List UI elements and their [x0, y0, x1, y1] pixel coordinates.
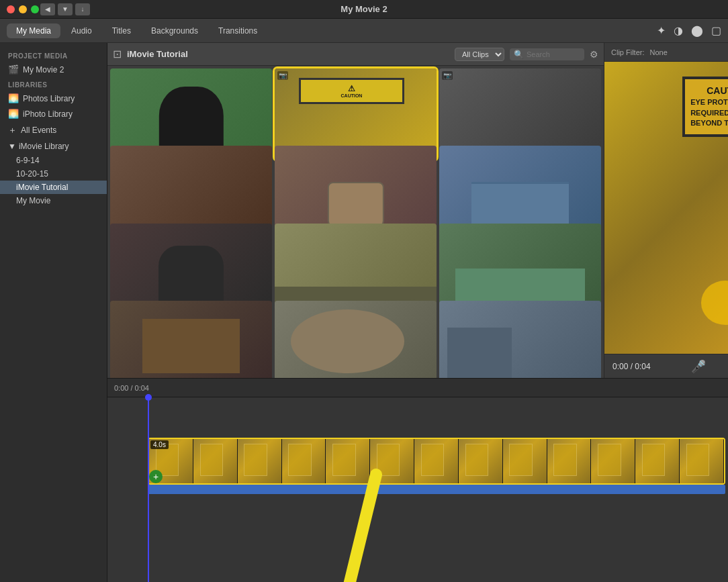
- toolbar-right: ✦ ◑ ⬤ ▢: [657, 24, 721, 37]
- sidebar-item-label: Photos Library: [23, 94, 75, 103]
- timeline-time-display: 0:00 / 0:04: [114, 384, 149, 392]
- playhead-top: [145, 394, 152, 401]
- iphoto-icon: 🌅: [8, 109, 19, 119]
- crop-icon[interactable]: ▢: [711, 24, 721, 37]
- tab-backgrounds[interactable]: Backgrounds: [142, 23, 208, 38]
- sidebar-item-iphoto-library[interactable]: 🌅 iPhoto Library: [0, 106, 107, 122]
- caution-text-1: EYE PROTECTION: [690, 97, 728, 107]
- search-box: 🔍: [510, 48, 584, 60]
- search-input[interactable]: [527, 50, 580, 58]
- film-frame-3: [238, 439, 282, 483]
- search-icon: 🔍: [514, 50, 524, 59]
- top-toolbar: My Media Audio Titles Backgrounds Transi…: [0, 19, 728, 43]
- film-frame-12: [635, 439, 680, 483]
- clip-filter-bar: Clip Filter: None: [604, 43, 728, 62]
- thumb-stone: [275, 301, 437, 378]
- clip-filter-select[interactable]: All Clips: [455, 48, 504, 61]
- media-browser-header: ⊡ iMovie Tutorial All Clips 🔍 ⚙: [107, 43, 604, 66]
- film-frame-8: [459, 439, 503, 483]
- microphone-button[interactable]: 🎤: [691, 359, 706, 374]
- plus-icon: ＋: [8, 124, 17, 136]
- project-media-section: PROJECT MEDIA: [0, 48, 107, 62]
- title-bar: ◀ ▼ ↓ My Movie 2: [0, 0, 728, 19]
- sidebar-item-photos-library[interactable]: 🌅 Photos Library: [0, 91, 107, 106]
- time-display: 0:00 / 0:04: [612, 362, 651, 371]
- media-browser-title: iMovie Tutorial: [127, 49, 449, 59]
- close-button[interactable]: [7, 5, 15, 13]
- film-frame-10: [547, 439, 592, 483]
- minimize-button[interactable]: [19, 5, 27, 13]
- sidebar-item-label: iPhoto Library: [23, 109, 73, 119]
- sidebar-item-my-movie[interactable]: 🎬 My Movie 2: [0, 62, 107, 77]
- sidebar-imovie-library[interactable]: ▼ iMovie Library: [0, 139, 107, 154]
- magic-wand-icon[interactable]: ✦: [657, 24, 666, 37]
- preview-caution-bg: CAUTION EYE PROTECTION REQUIRED BEYOND T…: [604, 62, 728, 354]
- playhead: [148, 397, 149, 582]
- camera-icon-badge: 📷: [277, 71, 288, 80]
- download-button[interactable]: ↓: [75, 3, 90, 15]
- settings-button[interactable]: ⚙: [590, 49, 598, 60]
- upper-area: ⊡ iMovie Tutorial All Clips 🔍 ⚙: [107, 43, 728, 379]
- film-frame-2: [193, 439, 238, 483]
- mug-shape: [327, 182, 383, 228]
- libraries-section: LIBRARIES: [0, 77, 107, 91]
- preview-video: CAUTION EYE PROTECTION REQUIRED BEYOND T…: [604, 62, 728, 354]
- clip-duration-badge: 4.0s: [150, 440, 169, 449]
- sidebar-item-label: My Movie 2: [23, 65, 64, 75]
- preview-controls: 0:00 / 0:04 🎤 ⊢: [604, 354, 728, 378]
- tab-titles[interactable]: Titles: [103, 23, 140, 38]
- maximize-button[interactable]: [31, 5, 39, 13]
- film-frames: [149, 439, 724, 483]
- film-frame-4: [282, 439, 326, 483]
- movie-icon: 🎬: [8, 64, 19, 75]
- sidebar-item-imovie-tutorial[interactable]: iMovie Tutorial: [0, 181, 107, 194]
- color-balance-icon[interactable]: ◑: [674, 24, 683, 37]
- main-layout: PROJECT MEDIA 🎬 My Movie 2 LIBRARIES 🌅 P…: [0, 43, 728, 582]
- content-area: ⊡ iMovie Tutorial All Clips 🔍 ⚙: [107, 43, 728, 582]
- tab-audio[interactable]: Audio: [62, 23, 101, 38]
- window-title: My Movie 2: [340, 4, 387, 14]
- sidebar-item-my-movie[interactable]: My Movie: [0, 194, 107, 207]
- timeline-clip-wrapper: 4.0s: [148, 438, 725, 494]
- sidebar-item-all-events[interactable]: ＋ All Events: [0, 122, 107, 139]
- nav-controls: ◀ ▼ ↓: [40, 3, 90, 15]
- film-frame-6: [370, 439, 414, 483]
- tab-my-media[interactable]: My Media: [7, 23, 60, 38]
- thumb-office: [439, 301, 601, 378]
- projects-button[interactable]: ▼: [58, 3, 73, 15]
- caution-triangle: ⚠: [304, 84, 400, 93]
- add-clip-button[interactable]: +: [149, 470, 163, 483]
- film-frame-11: [591, 439, 635, 483]
- preview-pane: Clip Filter: None CAUTION EYE PROTECTION…: [604, 43, 728, 378]
- sidebar: PROJECT MEDIA 🎬 My Movie 2 LIBRARIES 🌅 P…: [0, 43, 107, 582]
- timeline-area: 0:00 / 0:04: [107, 379, 728, 582]
- thumbnail-12[interactable]: [439, 301, 601, 378]
- camera-icon-badge: 📷: [442, 71, 453, 80]
- media-browser: ⊡ iMovie Tutorial All Clips 🔍 ⚙: [107, 43, 604, 378]
- thumbnail-11[interactable]: [275, 301, 437, 378]
- photos-icon: 🌅: [8, 93, 19, 103]
- film-frame-7: [414, 439, 459, 483]
- film-frame-9: [503, 439, 547, 483]
- caution-sign: ⚠ CAUTION: [299, 78, 404, 104]
- timeline-clip[interactable]: +: [148, 438, 725, 485]
- film-frame-5: [326, 439, 370, 483]
- disclosure-arrow: ▼: [8, 142, 16, 151]
- workshop-shape: [142, 319, 240, 373]
- back-button[interactable]: ◀: [40, 3, 55, 15]
- color-correction-icon[interactable]: ⬤: [691, 24, 703, 37]
- film-frame-13: [680, 439, 724, 483]
- tab-transitions[interactable]: Transitions: [209, 23, 267, 38]
- timeline-header: 0:00 / 0:04: [107, 379, 728, 397]
- preview-rope: [701, 281, 728, 324]
- clip-filter-value: None: [650, 48, 668, 56]
- sidebar-item-6-9-14[interactable]: 6-9-14: [0, 154, 107, 167]
- timeline-track-container: 4.0s: [148, 438, 725, 494]
- sidebar-item-10-20-15[interactable]: 10-20-15: [0, 167, 107, 181]
- imovie-library-label: iMovie Library: [19, 142, 69, 151]
- thumb-workshop: [110, 301, 272, 378]
- grid-toggle-button[interactable]: ⊡: [113, 48, 122, 60]
- traffic-lights: [7, 5, 39, 13]
- thumbnail-10[interactable]: [110, 301, 272, 378]
- timeline-progress-bar: [148, 485, 725, 494]
